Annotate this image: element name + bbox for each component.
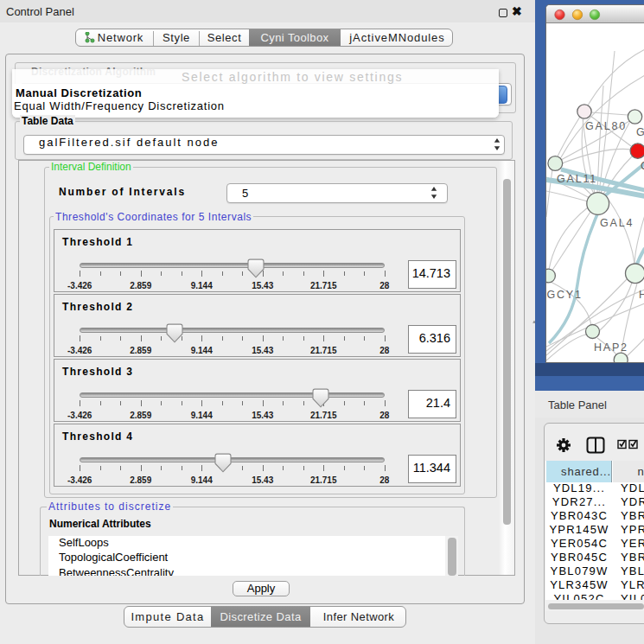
svg-text:HAP2: HAP2 [594, 341, 628, 354]
svg-text:GAL80: GAL80 [585, 120, 627, 132]
svg-text:C: C [641, 160, 644, 172]
svg-text:G.: G. [636, 126, 644, 138]
svg-text:GCY1: GCY1 [547, 289, 583, 301]
svg-text:H: H [639, 289, 644, 301]
svg-text:GAL11: GAL11 [557, 173, 597, 185]
svg-text:GAL4: GAL4 [600, 217, 634, 229]
